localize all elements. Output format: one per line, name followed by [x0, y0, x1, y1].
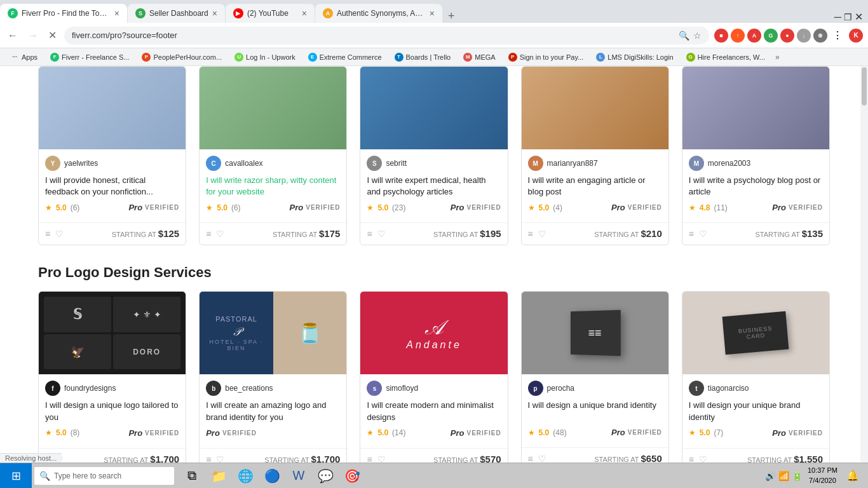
price-section-3: STARTING AT $195 [433, 228, 501, 240]
bookmark-upwork[interactable]: U Log In - Upwork [229, 51, 301, 63]
tab-close-seller[interactable]: × [212, 8, 217, 18]
bookmark-lms[interactable]: L LMS DigiSkills: Login [591, 51, 678, 63]
notification-button[interactable]: 🔔 [843, 463, 863, 489]
writing-card-2[interactable]: C cavalloalex I will write razor sharp, … [199, 66, 347, 245]
ext-icon-5[interactable]: ● [780, 29, 794, 43]
heart-icon-5[interactable]: ♡ [699, 229, 707, 239]
card-user-4: M marianryan887 [528, 156, 662, 171]
profile-icon[interactable]: K [849, 29, 863, 43]
tab-fiverr[interactable]: F Fiverr Pro - Find the Top Freelan... × [0, 4, 127, 23]
writing-card-5[interactable]: M morena2003 I will write a psychology b… [682, 66, 830, 245]
status-bar: Resolving host... [0, 453, 62, 463]
ext-icon-3[interactable]: A [747, 29, 761, 43]
menu-icon-4[interactable]: ≡ [528, 229, 533, 239]
logo-card-2[interactable]: PASTORAL 𝒫 HOTEL · SPA · BIEN 🫙 b bee_cr… [199, 291, 347, 470]
taskbar-edge[interactable]: 🔵 [259, 463, 285, 489]
avatar-yael: Y [45, 156, 60, 171]
writing-card-4[interactable]: M marianryan887 I will write an engaging… [521, 66, 669, 245]
verified-text-3: VERIFIED [466, 204, 501, 211]
rating-val-simo: 5.0 [377, 428, 388, 437]
pro-text-5: Pro [772, 203, 786, 212]
close-button[interactable]: ✕ [855, 11, 863, 23]
bookmark-extreme[interactable]: E Extreme Commerce [303, 51, 387, 63]
taskbar-task-view[interactable]: ⧉ [179, 463, 205, 489]
minimize-button[interactable]: ─ [834, 11, 841, 23]
tab-youtube[interactable]: ▶ (2) YouTube × [226, 4, 315, 23]
heart-icon-4[interactable]: ♡ [538, 229, 546, 239]
restore-button[interactable]: ❐ [844, 12, 852, 22]
scrollbar-thumb[interactable] [862, 67, 867, 105]
url-bar[interactable]: fiverr.com/pro?source=footer 🔍 ☆ [64, 27, 709, 44]
start-button[interactable]: ⊞ [0, 463, 32, 489]
card-actions-2: ≡ ♡ [206, 229, 224, 239]
logo-card-1[interactable]: 𝕊 ✦ ⚜ ✦ 🦅 DORO f foundrydesigns I will d… [38, 291, 186, 470]
bookmark-pph[interactable]: P PeoplePerHour.com... [137, 51, 227, 63]
tab-close-synonyms[interactable]: × [430, 8, 435, 18]
card-rating-logo2: Pro VERIFIED [206, 428, 340, 438]
tab-synonyms[interactable]: A Authentic Synonyms, Authentic A... × [315, 4, 442, 23]
bookmark-trello[interactable]: T Boards | Trello [390, 51, 456, 63]
bookmark-paypal[interactable]: P Sign in to your Pay... [503, 51, 589, 63]
tab-close-youtube[interactable]: × [302, 8, 307, 18]
tab-close-fiverr[interactable]: × [114, 8, 119, 18]
tab-title-seller: Seller Dashboard [149, 9, 208, 18]
bookmark-mega[interactable]: M MEGA [458, 51, 500, 63]
card-title-tiago: I will design your unique brand identity [689, 400, 823, 423]
menu-icon-2[interactable]: ≡ [206, 229, 211, 239]
ext-icon-7[interactable]: ⊕ [813, 29, 827, 43]
taskbar-chrome[interactable]: 🌐 [233, 463, 258, 489]
task-view-icon: ⧉ [187, 468, 196, 483]
taskbar-word[interactable]: W [286, 463, 311, 489]
rating-count-foundry: (8) [71, 428, 80, 437]
word-icon: W [293, 468, 305, 483]
logo-image-4: ≡≡ [522, 292, 668, 374]
menu-icon-3[interactable]: ≡ [367, 229, 372, 239]
price-5: $135 [802, 228, 823, 239]
card-title-sebritt: I will write expert medical, health and … [367, 175, 501, 198]
verified-text-2: VERIFIED [306, 204, 340, 211]
upwork-bm-icon: U [234, 53, 243, 62]
back-button[interactable]: ← [5, 27, 20, 44]
ext-icon-2[interactable]: ↑ [731, 29, 745, 43]
new-tab-button[interactable]: + [443, 10, 460, 23]
writing-card-1[interactable]: Y yaelwrites I will provide honest, crit… [38, 66, 186, 245]
bookmark-apps[interactable]: ⋯ Apps [5, 51, 43, 63]
menu-icon-5[interactable]: ≡ [689, 229, 694, 239]
card-user-1: Y yaelwrites [45, 156, 179, 171]
bookmark-fiverr[interactable]: F Fiverr - Freelance S... [45, 51, 134, 63]
logo-cell-doro: DORO [113, 334, 180, 370]
taskbar-search-box[interactable]: 🔍 Type here to search [34, 467, 174, 485]
scrollbar-track[interactable] [860, 66, 868, 463]
heart-icon-3[interactable]: ♡ [377, 229, 386, 239]
logo-card-5[interactable]: BUSINESSCARD t tiagonarciso I will desig… [682, 291, 830, 470]
menu-icon-1[interactable]: ≡ [45, 229, 50, 239]
writing-card-3[interactable]: S sebritt I will write expert medical, h… [360, 66, 508, 245]
avatar-perocha: p [528, 381, 543, 396]
ext-icon-4[interactable]: G [764, 29, 778, 43]
logo-card-4[interactable]: ≡≡ p perocha I will design a unique bran… [521, 291, 669, 470]
card-actions-3: ≡ ♡ [367, 229, 385, 239]
card-body-5: M morena2003 I will write a psychology b… [682, 149, 829, 222]
card-title-marian: I will write an engaging article or blog… [528, 175, 662, 198]
heart-icon-1[interactable]: ♡ [55, 229, 64, 239]
tab-seller[interactable]: S Seller Dashboard × [128, 4, 225, 23]
more-extensions-button[interactable]: ⋮ [832, 29, 843, 41]
forward-button[interactable]: → [25, 27, 41, 44]
heart-icon-2[interactable]: ♡ [216, 229, 224, 239]
card-title-simo: I will create modern and minimalist desi… [367, 400, 501, 423]
taskbar-app7[interactable]: 🎯 [339, 463, 365, 489]
logo-card-3[interactable]: 𝒜 Andante s simofloyd I will create mode… [360, 291, 508, 470]
bookmarks-more[interactable]: » [773, 51, 782, 63]
taskbar-file-explorer[interactable]: 📁 [206, 463, 231, 489]
bookmark-99designs[interactable]: G Hire Freelancers, W... [681, 51, 770, 63]
verified-text-1: VERIFIED [145, 204, 179, 211]
ext-icon-1[interactable]: ■ [714, 29, 728, 43]
rating-val-foundry: 5.0 [56, 428, 67, 437]
ext-icon-6[interactable]: ↓ [797, 29, 811, 43]
bookmark-upwork-label: Log In - Upwork [246, 53, 295, 61]
verified-text-logo5: VERIFIED [789, 430, 823, 437]
card-rating-4: ★ 5.0 (4) Pro VERIFIED [528, 203, 662, 212]
reload-button[interactable]: ✕ [46, 27, 59, 44]
card-body-2: C cavalloalex I will write razor sharp, … [200, 149, 346, 222]
taskbar-whatsapp[interactable]: 💬 [313, 463, 338, 489]
